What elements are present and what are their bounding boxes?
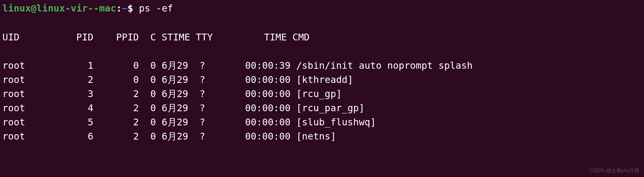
header-row: UID PID PPID C STIME TTY TIME CMD: [2, 30, 642, 44]
watermark: CSDN @企鹅chi月饼: [589, 167, 639, 175]
process-row: root 4 2 0 6月29 ? 00:00:00 [rcu_par_gp]: [2, 101, 642, 115]
process-row: root 1 0 0 6月29 ? 00:00:39 /sbin/init au…: [2, 58, 642, 73]
prompt-user-host: linux@linux-vir--mac: [2, 3, 116, 14]
process-row: root 2 0 0 6月29 ? 00:00:00 [kthreadd]: [2, 73, 642, 87]
process-row: root 3 2 0 6月29 ? 00:00:00 [rcu_gp]: [2, 87, 642, 101]
prompt-dollar: $: [128, 3, 139, 14]
terminal-output: UID PID PPID C STIME TTY TIME CMD root 1…: [2, 16, 642, 158]
command-text: ps -ef: [139, 3, 173, 14]
process-row: root 6 2 0 6月29 ? 00:00:00 [netns]: [2, 129, 642, 143]
process-row: root 5 2 0 6月29 ? 00:00:00 [slub_flushwq…: [2, 115, 642, 129]
prompt-colon: :: [116, 3, 122, 14]
prompt-path: ~: [122, 3, 128, 14]
terminal-prompt-line: linux@linux-vir--mac:~$ ps -ef: [2, 1, 642, 15]
